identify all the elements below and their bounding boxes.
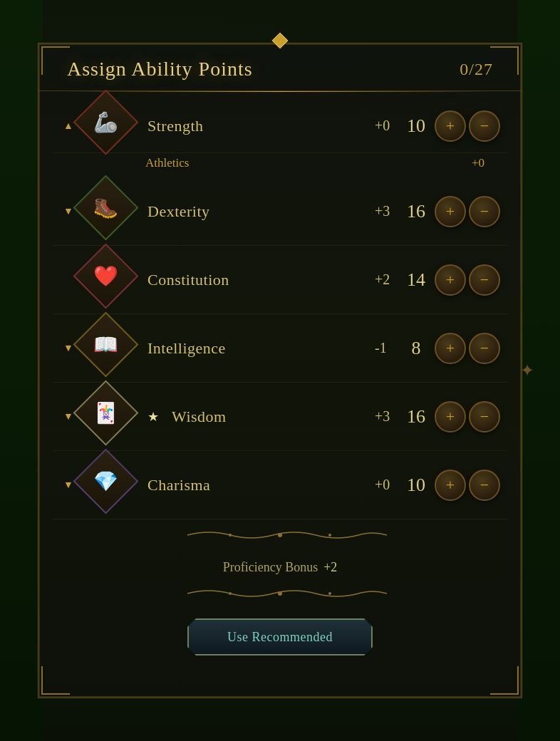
- ability-icon-content-wisdom: 🃏: [77, 384, 135, 442]
- ability-name-row-intelligence: Intelligence: [147, 339, 375, 358]
- ability-row-strength: ▲ 🦾 Strength +0 10 + −: [53, 92, 507, 153]
- ability-row-wisdom: ▼ 🃏 ★ Wisdom +3 16 + −: [53, 383, 507, 451]
- ability-controls-dexterity: + −: [435, 196, 500, 227]
- ability-list: ▲ 🦾 Strength +0 10 + − Athletics +0 ▼ 🥾: [38, 92, 522, 519]
- points-counter: 0/27: [460, 60, 493, 79]
- decrease-button-constitution[interactable]: −: [469, 264, 500, 296]
- ability-value-intelligence: 8: [403, 338, 429, 359]
- ability-modifier-dexterity: +3: [375, 203, 403, 219]
- decrease-button-intelligence[interactable]: −: [469, 333, 500, 364]
- decrease-button-wisdom[interactable]: −: [469, 401, 500, 432]
- divider-ornament-top: [53, 528, 507, 546]
- corner-tl: [41, 46, 70, 75]
- ability-value-wisdom: 16: [403, 406, 429, 428]
- svg-point-0: [278, 533, 282, 537]
- side-ornament: ✦: [520, 361, 534, 380]
- ability-icon-intelligence: 📖: [83, 321, 136, 375]
- increase-button-dexterity[interactable]: +: [435, 196, 466, 227]
- corner-br: [490, 666, 519, 695]
- proficiency-label: Proficiency Bonus: [223, 560, 318, 575]
- bottom-section: Proficiency Bonus +2 Use Recommended: [53, 528, 507, 656]
- ability-modifier-intelligence: -1: [375, 340, 403, 356]
- ability-modifier-constitution: +2: [375, 271, 403, 288]
- ability-name-strength: Strength: [147, 117, 204, 135]
- ability-name-row-dexterity: Dexterity: [147, 202, 375, 221]
- divider-ornament-bottom: [53, 586, 507, 604]
- header: Assign Ability Points 0/27: [38, 46, 522, 91]
- ability-modifier-strength: +0: [375, 118, 403, 134]
- ability-icon-content-dexterity: 🥾: [77, 179, 135, 237]
- ability-main-wisdom: ★ Wisdom: [147, 408, 375, 426]
- ability-icon-constitution: ❤️: [83, 253, 136, 306]
- increase-button-intelligence[interactable]: +: [435, 333, 466, 364]
- ability-controls-constitution: + −: [435, 264, 500, 296]
- ability-row-dexterity: ▼ 🥾 Dexterity +3 16 + −: [53, 177, 507, 246]
- svg-point-3: [278, 591, 282, 596]
- ability-icon-wisdom: 🃏: [83, 390, 136, 443]
- ability-icon-content-charisma: 💎: [77, 452, 135, 510]
- ability-controls-intelligence: + −: [435, 333, 500, 364]
- ability-name-intelligence: Intelligence: [147, 339, 226, 358]
- ability-row-intelligence: ▼ 📖 Intelligence -1 8 + −: [53, 314, 507, 383]
- increase-button-wisdom[interactable]: +: [435, 401, 466, 432]
- ability-main-charisma: Charisma: [147, 476, 375, 494]
- decrease-button-charisma[interactable]: −: [469, 470, 500, 501]
- ability-main-dexterity: Dexterity: [147, 202, 375, 221]
- decrease-button-strength[interactable]: −: [469, 110, 500, 142]
- ability-modifier-wisdom: +3: [375, 408, 403, 425]
- svg-point-4: [229, 592, 232, 595]
- ability-name-row-charisma: Charisma: [147, 476, 375, 494]
- ability-name-row-constitution: Constitution: [147, 271, 375, 289]
- ability-main-strength: Strength: [147, 117, 375, 135]
- increase-button-charisma[interactable]: +: [435, 470, 466, 501]
- ability-name-constitution: Constitution: [147, 271, 229, 289]
- svg-point-1: [229, 534, 232, 537]
- increase-button-strength[interactable]: +: [435, 110, 466, 142]
- bg-left: [0, 0, 43, 741]
- page-title: Assign Ability Points: [67, 58, 253, 81]
- svg-point-2: [328, 534, 331, 537]
- ability-main-constitution: Constitution: [147, 271, 375, 289]
- ability-row-constitution: ❤️ Constitution +2 14 + −: [53, 246, 507, 314]
- ability-modifier-charisma: +0: [375, 477, 403, 493]
- ability-name-wisdom: Wisdom: [172, 408, 227, 426]
- use-recommended-button[interactable]: Use Recommended: [187, 618, 373, 656]
- ability-name-dexterity: Dexterity: [147, 202, 210, 221]
- sub-skill-name-strength: Athletics: [145, 156, 472, 170]
- sub-skill-modifier-strength: +0: [472, 156, 500, 170]
- svg-point-5: [328, 592, 331, 595]
- proficiency-row: Proficiency Bonus +2: [53, 551, 507, 581]
- ability-value-dexterity: 16: [403, 201, 429, 222]
- ability-main-intelligence: Intelligence: [147, 339, 375, 358]
- ability-icon-content-strength: 🦾: [77, 93, 135, 151]
- top-ornament: [38, 35, 522, 46]
- corner-tr: [490, 46, 519, 75]
- ability-row-charisma: ▼ 💎 Charisma +0 10 + −: [53, 451, 507, 519]
- proficiency-value: +2: [323, 560, 337, 575]
- ability-icon-dexterity: 🥾: [83, 185, 136, 238]
- ability-controls-strength: + −: [435, 110, 500, 142]
- star-icon-wisdom: ★: [147, 409, 159, 425]
- decrease-button-dexterity[interactable]: −: [469, 196, 500, 227]
- ability-controls-wisdom: + −: [435, 401, 500, 432]
- ability-value-constitution: 14: [403, 269, 429, 291]
- ability-value-charisma: 10: [403, 475, 429, 496]
- increase-button-constitution[interactable]: +: [435, 264, 466, 296]
- ability-name-charisma: Charisma: [147, 476, 210, 494]
- ability-value-strength: 10: [403, 115, 429, 137]
- ability-icon-strength: 🦾: [83, 99, 136, 152]
- ability-icon-content-intelligence: 📖: [77, 316, 135, 373]
- corner-bl: [41, 666, 70, 695]
- ability-name-row-wisdom: ★ Wisdom: [147, 408, 375, 426]
- ability-controls-charisma: + −: [435, 470, 500, 501]
- ability-icon-content-constitution: ❤️: [77, 247, 135, 305]
- sub-skill-row-strength-athletics: Athletics +0: [53, 153, 507, 177]
- ability-name-row-strength: Strength: [147, 117, 375, 135]
- ability-icon-charisma: 💎: [83, 458, 136, 512]
- main-panel: Assign Ability Points 0/27 ▲ 🦾 Strength …: [38, 43, 522, 698]
